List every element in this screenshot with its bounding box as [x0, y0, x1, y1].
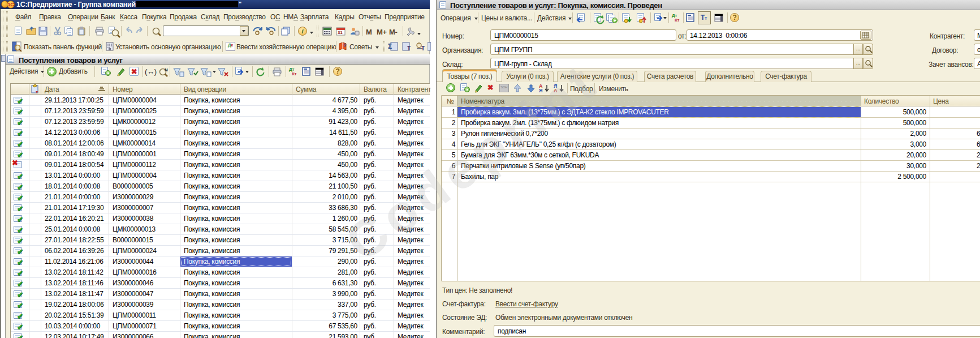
svg-text:N: N: [165, 67, 168, 72]
svg-text:?: ?: [343, 42, 346, 48]
svg-text:T: T: [421, 45, 425, 51]
svg-text:31: 31: [338, 30, 343, 35]
svg-text:T: T: [407, 45, 411, 51]
svg-text:Σ: Σ: [388, 42, 392, 50]
